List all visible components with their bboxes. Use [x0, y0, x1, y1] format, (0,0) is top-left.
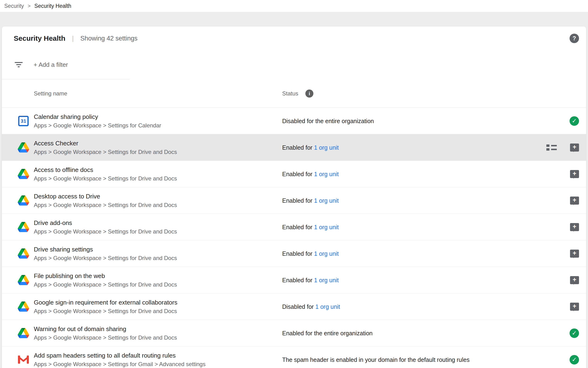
- table-row[interactable]: 31 Calendar sharing policy Apps > Google…: [2, 108, 586, 134]
- setting-text: Add spam headers setting to all default …: [34, 352, 206, 368]
- app-icon: [18, 274, 29, 286]
- filter-bar: + Add a filter: [2, 50, 586, 79]
- status-icons: +: [570, 170, 579, 178]
- org-unit-link[interactable]: 1 org unit: [315, 303, 340, 310]
- org-unit-link[interactable]: 1 org unit: [314, 223, 339, 230]
- column-setting-name: Setting name: [34, 90, 67, 97]
- org-unit-link[interactable]: 1 org unit: [314, 171, 339, 177]
- setting-text: Drive add-ons Apps > Google Workspace > …: [34, 219, 177, 235]
- table-row[interactable]: Desktop access to Drive Apps > Google Wo…: [2, 187, 586, 214]
- org-units-icon: [546, 144, 557, 151]
- status-cell: Enabled for 1 org unit: [282, 197, 339, 204]
- setting-path: Apps > Google Workspace > Settings for D…: [34, 228, 177, 235]
- status-ok-icon: ✓: [570, 355, 579, 364]
- org-override-badge-icon: +: [570, 223, 579, 231]
- check-glyph: ✓: [572, 330, 577, 336]
- drive-icon: [18, 169, 29, 179]
- settings-count-label: Showing 42 settings: [80, 35, 138, 42]
- page-title: Security Health: [14, 34, 65, 42]
- help-icon[interactable]: ?: [570, 34, 579, 43]
- drive-icon: [18, 248, 29, 258]
- gmail-icon: [18, 355, 29, 364]
- status-icons: +: [570, 303, 579, 311]
- setting-path: Apps > Google Workspace > Settings for D…: [34, 255, 177, 261]
- status-text: Enabled for: [282, 144, 314, 151]
- org-override-badge-icon: +: [570, 276, 579, 284]
- help-glyph: ?: [573, 35, 576, 42]
- drive-icon: [18, 275, 29, 285]
- calendar-icon: 31: [18, 116, 29, 126]
- app-icon: [18, 354, 29, 366]
- status-cell: The spam header is enabled in your domai…: [282, 356, 470, 363]
- status-text: Enabled for: [282, 250, 314, 257]
- drive-icon: [18, 142, 29, 153]
- org-unit-link[interactable]: 1 org unit: [314, 197, 339, 204]
- setting-name: Warning for out of domain sharing: [34, 325, 177, 333]
- org-override-badge-icon: +: [570, 170, 579, 178]
- drive-icon: [18, 302, 29, 312]
- check-glyph: ✓: [572, 357, 577, 363]
- breadcrumb-separator: >: [28, 3, 31, 9]
- app-icon: [18, 221, 29, 233]
- status-cell: Enabled for 1 org unit: [282, 223, 339, 230]
- setting-text: Warning for out of domain sharing Apps >…: [34, 325, 177, 341]
- org-unit-link[interactable]: 1 org unit: [314, 144, 339, 151]
- status-icons: +: [570, 197, 579, 205]
- table-row[interactable]: Warning for out of domain sharing Apps >…: [2, 320, 586, 346]
- table-row[interactable]: Access Checker Apps > Google Workspace >…: [2, 134, 586, 161]
- setting-text: Calendar sharing policy Apps > Google Wo…: [34, 113, 161, 129]
- table-row[interactable]: Access to offline docs Apps > Google Wor…: [2, 161, 586, 187]
- status-icons: ✓: [570, 329, 579, 338]
- drive-icon: [18, 222, 29, 232]
- org-override-badge-icon: +: [570, 303, 579, 311]
- table-row[interactable]: Drive add-ons Apps > Google Workspace > …: [2, 214, 586, 240]
- status-cell: Disabled for the entire organization: [282, 118, 374, 124]
- setting-path: Apps > Google Workspace > Settings for D…: [34, 281, 177, 288]
- setting-name: Google sign-in requirement for external …: [34, 299, 177, 306]
- setting-text: Drive sharing settings Apps > Google Wor…: [34, 246, 177, 261]
- status-text: Enabled for: [282, 223, 314, 230]
- setting-name: Drive sharing settings: [34, 246, 177, 253]
- status-cell: Enabled for the entire organization: [282, 330, 373, 337]
- breadcrumb-current-page: Security Health: [34, 3, 71, 9]
- status-icons: +: [546, 144, 579, 152]
- status-ok-icon: ✓: [570, 329, 579, 338]
- plus-glyph: +: [573, 303, 576, 310]
- info-icon[interactable]: i: [305, 90, 313, 98]
- settings-table-body: 31 Calendar sharing policy Apps > Google…: [2, 108, 586, 368]
- setting-text: Access to offline docs Apps > Google Wor…: [34, 166, 177, 182]
- app-icon: [18, 327, 29, 339]
- status-text: The spam header is enabled in your domai…: [282, 356, 470, 363]
- status-cell: Enabled for 1 org unit: [282, 250, 339, 257]
- status-icons: +: [570, 276, 579, 284]
- app-icon: 31: [18, 115, 29, 127]
- app-icon: [18, 301, 29, 313]
- status-cell: Enabled for 1 org unit: [282, 276, 339, 284]
- status-icons: ✓: [570, 116, 579, 126]
- org-override-badge-icon: +: [570, 197, 579, 205]
- table-header: Setting name Status i: [2, 79, 586, 108]
- table-row[interactable]: Add spam headers setting to all default …: [2, 346, 586, 368]
- status-icons: ✓: [570, 355, 579, 364]
- table-row[interactable]: File publishing on the web Apps > Google…: [2, 267, 586, 294]
- org-unit-link[interactable]: 1 org unit: [314, 276, 339, 283]
- add-filter-button[interactable]: + Add a filter: [34, 61, 68, 68]
- setting-text: Access Checker Apps > Google Workspace >…: [34, 140, 177, 155]
- filter-strip: + Add a filter: [2, 50, 130, 79]
- org-override-badge-icon: +: [570, 250, 579, 258]
- status-text: Enabled for: [282, 197, 314, 204]
- column-status-label: Status: [282, 90, 298, 97]
- setting-name: Access Checker: [34, 140, 177, 147]
- setting-name: Drive add-ons: [34, 219, 177, 227]
- breadcrumb-security-link[interactable]: Security: [4, 3, 24, 9]
- status-cell: Enabled for 1 org unit: [282, 144, 339, 151]
- org-unit-link[interactable]: 1 org unit: [314, 250, 339, 257]
- setting-path: Apps > Google Workspace > Settings for D…: [34, 149, 177, 155]
- title-divider: |: [72, 35, 74, 42]
- status-text: Disabled for the entire organization: [282, 118, 374, 124]
- app-icon: [18, 168, 29, 180]
- plus-glyph: +: [573, 171, 576, 177]
- drive-icon: [18, 328, 29, 338]
- table-row[interactable]: Google sign-in requirement for external …: [2, 294, 586, 320]
- table-row[interactable]: Drive sharing settings Apps > Google Wor…: [2, 240, 586, 267]
